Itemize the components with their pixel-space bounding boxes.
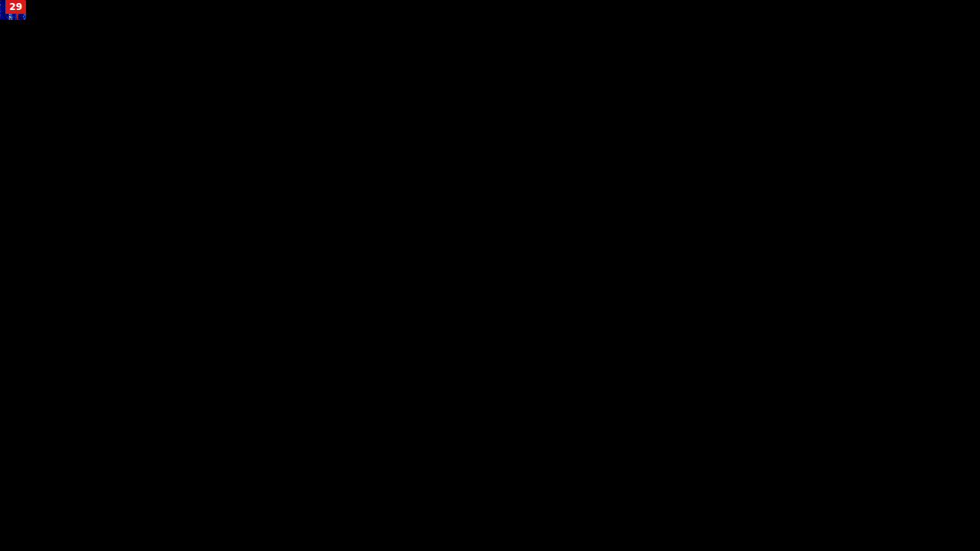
sdrsharp-window: SDR# v1.0.0.1332 - IQ Imbalance: Gain = … [0, 0, 26, 20]
overlay-badge: 29 [5, 0, 26, 14]
